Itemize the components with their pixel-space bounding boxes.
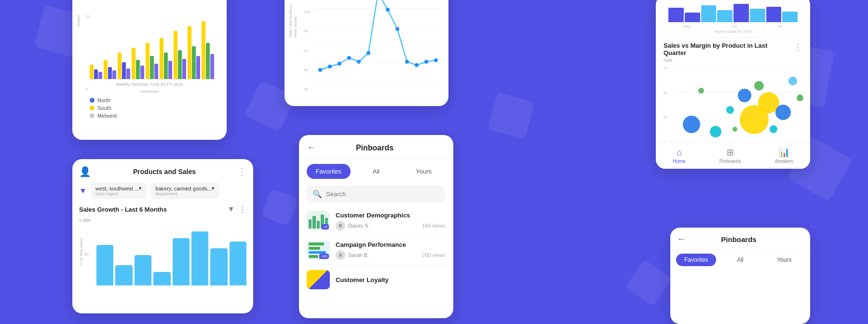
scatter-plot-svg — [677, 67, 807, 144]
svg-point-27 — [726, 106, 734, 114]
svg-point-13 — [366, 51, 370, 55]
svg-point-37 — [732, 127, 737, 132]
pinboard-item-customer-loyalty[interactable]: Customer Loyalty — [299, 265, 453, 294]
svg-point-16 — [395, 27, 399, 31]
top-bar-section: MayJunJul Weekly Date for 2019 — [664, 3, 802, 38]
svg-point-28 — [738, 89, 751, 102]
bar-group — [104, 60, 116, 79]
bar-group — [202, 21, 214, 79]
sales-more-icon[interactable]: ⋮ — [239, 205, 246, 214]
svg-point-25 — [683, 116, 700, 133]
legend-color-south — [90, 106, 95, 110]
user-sarah: Sarah B. — [348, 252, 369, 258]
svg-point-32 — [788, 77, 797, 85]
svg-point-8 — [318, 68, 322, 72]
legend-item-midwest: Midwest — [90, 113, 209, 119]
bar-group — [118, 53, 130, 79]
y-axis-total-sales: in of Total Sales — [79, 238, 83, 265]
svg-point-11 — [347, 56, 351, 60]
top-bar-footer: Weekly Date for 2019 — [664, 29, 802, 34]
nav-pinboards-label: Pinboards — [719, 159, 741, 164]
pinboards-back-button[interactable]: ← — [307, 143, 315, 153]
svg-point-20 — [434, 58, 438, 62]
answers-icon: 📊 — [779, 147, 789, 158]
views-demographics: 160 views — [422, 223, 446, 229]
search-input[interactable] — [326, 190, 440, 198]
home-icon: ⌂ — [677, 148, 682, 158]
pinboards-sm-back-button[interactable]: ← — [677, 234, 686, 244]
chevron-icon: ▾ — [139, 185, 142, 191]
pinboards-search-bar[interactable]: 🔍 — [307, 186, 446, 202]
svg-point-33 — [797, 94, 803, 101]
nav-pinboards[interactable]: ⊞ Pinboards — [719, 147, 741, 164]
svg-point-34 — [740, 105, 769, 134]
pinboard-item-campaign-performance[interactable]: +89 Campaign Performance S Sarah B. 200 … — [299, 236, 453, 265]
svg-point-9 — [328, 65, 332, 68]
legend-color-north — [90, 98, 95, 103]
pinboard-name-demographics: Customer Demographics — [336, 212, 446, 219]
pinboards-small-card: ← Pinboards Favorites All Yours — [670, 228, 810, 324]
scatter-card-header: Sales vs Margin by Product in Last Quart… — [664, 42, 802, 63]
scatter-more-icon[interactable]: ⋮ — [794, 42, 802, 53]
bar-group — [146, 43, 158, 79]
sales-growth-title: Sales Growth - Last 6 Months — [79, 206, 167, 213]
scroll-indicator — [140, 91, 159, 93]
filter-region-label: store region — [95, 191, 142, 196]
filter-icon: ▼ — [79, 187, 87, 195]
svg-point-18 — [415, 63, 419, 67]
person-icon: 👤 — [79, 166, 91, 177]
sales-filter-icon[interactable]: ▼ — [227, 205, 235, 214]
tab-yours[interactable]: Yours — [402, 164, 446, 179]
top-mini-bars — [664, 3, 802, 22]
legend-label-north: North — [97, 97, 110, 103]
avatar-sarah: S — [336, 250, 345, 260]
chart-footer-label: Weekly Minimum Time for FY 2020 — [80, 82, 219, 87]
tab-favorites[interactable]: Favorites — [307, 164, 351, 179]
filter-chip-region[interactable]: west, southwest ... ▾ store region — [91, 182, 147, 199]
chevron-dept-icon: ▾ — [212, 185, 215, 191]
pinboards-title: Pinboards — [315, 144, 434, 152]
tab-sm-favorites[interactable]: Favorites — [676, 254, 716, 266]
y-axis-label: Unique — [76, 14, 81, 27]
filter-region-value: west, southwest ... ▾ — [95, 185, 142, 191]
pinboard-thumb-campaign: +89 — [307, 241, 330, 260]
legend-color-midwest — [90, 113, 95, 118]
tab-sm-yours[interactable]: Yours — [764, 254, 804, 266]
nav-answers[interactable]: 📊 Answers — [775, 147, 793, 164]
legend-item-south: South — [90, 105, 209, 111]
products-card-header: 👤 Products and Sales ⋮ — [79, 166, 246, 177]
products-more-icon[interactable]: ⋮ — [238, 166, 246, 177]
nav-home[interactable]: ⌂ Home — [673, 148, 686, 164]
views-campaign: 200 views — [422, 252, 446, 258]
svg-point-35 — [770, 125, 777, 133]
line-chart-area: 12K 10K 8K 6K 4K 2K — [304, 0, 444, 101]
user-davey: Davey S. — [348, 223, 370, 229]
sales-chart-area: 5 min 100 50 in of Total Sales — [79, 218, 246, 285]
bar-group — [174, 31, 186, 79]
filter-chip-department[interactable]: bakery, canned goods... ▾ department — [150, 182, 219, 199]
bar-group — [90, 65, 102, 79]
pinboard-thumb-loyalty — [307, 270, 330, 289]
svg-point-36 — [698, 88, 704, 94]
filter-dept-value: bakery, canned goods... ▾ — [155, 185, 215, 191]
tab-sm-all[interactable]: All — [720, 254, 760, 266]
pinboards-modal: ← Pinboards Favorites All Yours 🔍 +4 Cus… — [299, 135, 453, 318]
pinboard-item-customer-demographics[interactable]: +4 Customer Demographics D Davey S. 160 … — [299, 206, 453, 236]
products-card-title: Products and Sales — [91, 168, 238, 176]
svg-point-26 — [710, 126, 721, 137]
scatter-subtitle: now — [664, 57, 774, 63]
pinboards-tab-bar: Favorites All Yours — [299, 159, 453, 184]
legend-label-south: South — [97, 105, 111, 111]
scatter-info: Sales vs Margin by Product in Last Quart… — [664, 42, 774, 63]
pinboard-meta-demographics: D Davey S. 160 views — [336, 221, 446, 230]
filter-row: ▼ west, southwest ... ▾ store region bak… — [79, 182, 246, 199]
sales-bars: 100 50 — [96, 218, 246, 285]
tab-all[interactable]: All — [354, 164, 398, 179]
pinboard-info-demographics: Customer Demographics D Davey S. 160 vie… — [336, 212, 446, 230]
products-sales-card: 👤 Products and Sales ⋮ ▼ west, southwest… — [72, 159, 253, 313]
badge-count-campaign: +89 — [319, 254, 329, 259]
bar-group — [188, 26, 200, 79]
bottom-navigation: ⌂ Home ⊞ Pinboards 📊 Answers — [656, 142, 810, 169]
thumb-loyalty-visual — [307, 270, 330, 289]
badge-count-demographics: +4 — [322, 224, 329, 230]
